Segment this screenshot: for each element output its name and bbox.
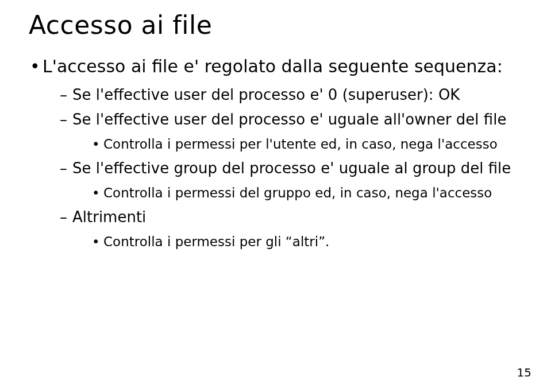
bullet-list-level1: L'accesso ai file e' regolato dalla segu…	[29, 56, 522, 251]
page-number: 15	[517, 366, 531, 379]
bullet-item: Altrimenti Controlla i permessi per gli …	[60, 208, 522, 251]
bullet-item: Se l'effective user del processo e' 0 (s…	[60, 86, 522, 105]
bullet-item: L'accesso ai file e' regolato dalla segu…	[29, 56, 522, 251]
bullet-text: Controlla i permessi del gruppo ed, in c…	[103, 185, 492, 200]
bullet-text: Se l'effective user del processo e' ugua…	[72, 111, 506, 128]
bullet-list-level3: Controlla i permessi per l'utente ed, in…	[72, 135, 522, 153]
bullet-item: Se l'effective group del processo e' ugu…	[60, 159, 522, 202]
bullet-item: Controlla i permessi per l'utente ed, in…	[92, 135, 522, 153]
bullet-text: Controlla i permessi per l'utente ed, in…	[103, 137, 498, 152]
slide: Accesso ai file L'accesso ai file e' reg…	[0, 0, 551, 392]
bullet-item: Se l'effective user del processo e' ugua…	[60, 110, 522, 153]
bullet-list-level3: Controlla i permessi del gruppo ed, in c…	[72, 184, 522, 202]
slide-title: Accesso ai file	[29, 10, 522, 40]
bullet-item: Controlla i permessi per gli “altri”.	[92, 233, 522, 251]
bullet-item: Controlla i permessi del gruppo ed, in c…	[92, 184, 522, 202]
bullet-text: Controlla i permessi per gli “altri”.	[103, 234, 329, 249]
bullet-text: L'accesso ai file e' regolato dalla segu…	[43, 56, 503, 76]
bullet-list-level3: Controlla i permessi per gli “altri”.	[72, 233, 522, 251]
bullet-text: Se l'effective group del processo e' ugu…	[72, 160, 511, 177]
bullet-text: Se l'effective user del processo e' 0 (s…	[72, 86, 460, 103]
bullet-list-level2: Se l'effective user del processo e' 0 (s…	[43, 86, 522, 251]
bullet-text: Altrimenti	[72, 208, 146, 226]
